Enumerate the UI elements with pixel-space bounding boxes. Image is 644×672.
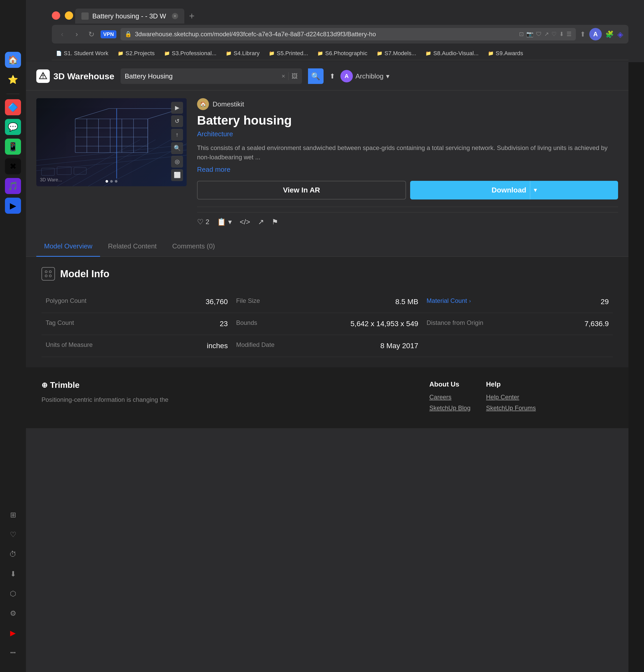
search-input[interactable]: Battery Housing	[125, 72, 279, 80]
dock-home-icon[interactable]: 🏠	[5, 52, 21, 68]
zoom-button[interactable]: 🔍	[171, 142, 183, 154]
active-tab[interactable]: Battery housing - - 3D W ×	[75, 9, 184, 24]
profile-button[interactable]: A	[589, 28, 602, 40]
preview-dot-3[interactable]	[115, 180, 117, 183]
bookmark-s9[interactable]: 📁 S9.Awards	[484, 48, 527, 58]
play-button[interactable]: ▶	[171, 102, 183, 114]
warehouse-logo[interactable]: 3D Warehouse	[36, 69, 114, 83]
upload-icon[interactable]: ⬆	[580, 30, 586, 38]
extensions-icon[interactable]: 🧩	[605, 30, 614, 38]
preview-dot-1[interactable]	[106, 180, 108, 183]
bookmark-s6-label: S6.Photographic	[325, 50, 367, 57]
dock-grid-icon[interactable]: ⊞	[5, 507, 21, 523]
dock-app2-icon[interactable]: 💬	[5, 119, 21, 135]
dock-download-icon[interactable]: ⬇	[5, 566, 21, 582]
flag-button[interactable]: ⚑	[272, 218, 278, 226]
dock-heart-icon[interactable]: ♡	[5, 526, 21, 542]
header-actions: ⬆ A Archiblog ▾	[329, 70, 389, 82]
image-search-button[interactable]: 🖼	[292, 73, 298, 80]
camera-icon[interactable]: 📷	[526, 31, 533, 38]
forward-button[interactable]: ›	[72, 29, 82, 39]
warehouse-logo-icon	[36, 69, 50, 83]
bookmark-s6[interactable]: 📁 S6.Photographic	[313, 48, 372, 58]
save-button[interactable]: 📋 ▾	[217, 218, 232, 226]
download-button[interactable]: Download ▾	[410, 181, 618, 200]
like-button[interactable]: ♡ 2	[197, 218, 209, 226]
preview-dot-2[interactable]	[110, 180, 113, 183]
dock-cube-icon[interactable]: ⬡	[5, 586, 21, 601]
dock-app1-icon[interactable]: 🔷	[5, 99, 21, 115]
heart-icon: ♡	[197, 218, 203, 226]
help-center-link[interactable]: Help Center	[486, 394, 536, 401]
tab-model-overview[interactable]: Model Overview	[36, 237, 100, 257]
dock-app4-icon[interactable]: ✖	[5, 158, 21, 175]
dock-gear-icon[interactable]: ⚙	[5, 605, 21, 621]
material-count-label[interactable]: Material Count ›	[426, 297, 471, 304]
share-button[interactable]: ↗	[258, 218, 264, 226]
rotate-button[interactable]: ↺	[171, 115, 183, 127]
dock-app3-icon[interactable]: 📱	[5, 139, 21, 155]
bookmark-s5[interactable]: 📁 S5.Printed...	[265, 48, 312, 58]
embed-icon: </>	[239, 218, 250, 226]
download-dropdown-arrow[interactable]: ▾	[530, 181, 537, 200]
reload-button[interactable]: ↻	[86, 29, 96, 39]
dock-app6-icon[interactable]: ▶	[5, 198, 21, 214]
dock-play-icon[interactable]: ▶	[5, 625, 21, 641]
window-chrome: Battery housing - - 3D W × + ‹ › ↻ VPN 🔒…	[26, 0, 644, 62]
sketchup-forums-link[interactable]: SketchUp Forums	[486, 404, 536, 412]
orbit-button[interactable]: ◎	[171, 156, 183, 168]
bookmark-star-icon[interactable]: ♡	[551, 31, 557, 38]
reader-icon[interactable]: ☰	[566, 31, 572, 38]
author-name[interactable]: Domestikit	[213, 100, 244, 108]
shield-icon[interactable]: 🛡	[536, 31, 542, 38]
screen-share-icon[interactable]: ⊡	[519, 31, 524, 38]
bookmark-s4[interactable]: 📁 S4.Library	[222, 48, 264, 58]
like-count: 2	[206, 218, 209, 226]
share-icon[interactable]: ↗	[544, 31, 549, 38]
search-submit-button[interactable]: 🔍	[308, 68, 324, 84]
info-cell-distance-inner: Distance from Origin 7,636.9	[426, 319, 609, 328]
model-actions-row: ♡ 2 📋 ▾ </> ↗ ⚑	[197, 212, 618, 226]
user-dropdown-chevron: ▾	[386, 72, 389, 80]
traffic-light-minimize[interactable]	[65, 11, 73, 20]
dock-more-icon[interactable]: •••	[5, 645, 21, 661]
search-clear-button[interactable]: ×	[282, 73, 285, 80]
modified-value: 8 May 2017	[380, 342, 418, 350]
toolbar-icons: ⬆ A 🧩 ◈	[580, 28, 623, 40]
embed-button[interactable]: </>	[239, 218, 250, 226]
careers-link[interactable]: Careers	[429, 394, 470, 401]
bookmark-s3-label: S3.Professional...	[172, 50, 216, 57]
bookmark-s2[interactable]: 📁 S2.Projects	[114, 48, 159, 58]
traffic-light-close[interactable]	[52, 11, 60, 20]
dock-clock-icon[interactable]: ⏱	[5, 546, 21, 562]
bookmark-s1[interactable]: 📄 S1. Student Work	[52, 48, 113, 58]
download-page-icon[interactable]: ⬇	[559, 31, 564, 38]
read-more-link[interactable]: Read more	[197, 166, 231, 173]
brave-icon[interactable]: ◈	[617, 30, 623, 39]
view-in-ar-button[interactable]: View In AR	[197, 181, 406, 200]
sketchup-blog-link[interactable]: SketchUp Blog	[429, 404, 470, 412]
back-button[interactable]: ‹	[57, 29, 67, 39]
address-field[interactable]: 🔒 3dwarehouse.sketchup.com/model/493fcef…	[120, 28, 576, 40]
tab-comments[interactable]: Comments (0)	[164, 237, 223, 257]
bookmark-s7-icon: 📁	[377, 50, 383, 56]
trimble-symbol: ⊕	[42, 381, 47, 389]
bookmark-s8[interactable]: 📁 S8.Audio-Visual...	[421, 48, 482, 58]
vr-button[interactable]: ⬜	[171, 169, 183, 181]
warehouse-logo-svg	[38, 72, 48, 81]
upload-model-button[interactable]: ⬆	[329, 72, 335, 80]
download-label: Download	[492, 186, 526, 194]
tab-close-button[interactable]: ×	[172, 13, 178, 19]
footer-inner: ⊕ Trimble Positioning-centric informatio…	[42, 380, 613, 415]
bookmark-s7-label: S7.Models...	[385, 50, 416, 57]
new-tab-button[interactable]: +	[185, 10, 198, 23]
bookmark-s3[interactable]: 📁 S3.Professional...	[160, 48, 221, 58]
user-profile-button[interactable]: A Archiblog ▾	[340, 70, 389, 82]
pointer-button[interactable]: ↑	[171, 129, 183, 141]
dock-star-icon[interactable]: ⭐	[5, 72, 21, 87]
dock-app5-icon[interactable]: 🎵	[5, 178, 21, 194]
bookmark-s7[interactable]: 📁 S7.Models...	[373, 48, 420, 58]
material-count-arrow: ›	[469, 298, 471, 304]
tab-related-content[interactable]: Related Content	[100, 237, 164, 257]
model-category[interactable]: Architecture	[197, 130, 618, 138]
